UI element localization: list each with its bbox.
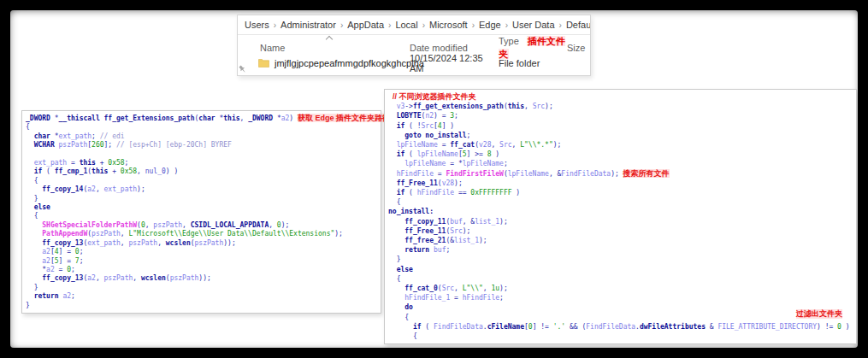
code-token: , & [463,218,475,226]
code-token: ; [125,159,129,167]
code-token: , [133,274,141,282]
code-token: ; [499,294,504,302]
column-header-type[interactable]: Type插件文件夹 [499,35,567,61]
code-line: { [26,123,381,132]
annotation-text: 搜索所有文件 [623,169,670,178]
code-line: *a2 = 0; [26,266,381,274]
code-line: a2[5] = 7; [26,257,381,266]
column-header-size[interactable]: Size [567,43,590,53]
breadcrumb-separator-icon: › [422,21,425,30]
code-token [388,132,404,139]
code-token: ; [504,160,508,167]
code-token [26,159,34,167]
breadcrumb-item-default[interactable]: Default [566,20,590,30]
code-token: ; [71,266,75,273]
column-header-row: Name Date modified Type插件文件夹 Size [238,35,590,52]
code-token: ); [479,237,487,244]
breadcrumb-item-microsoft[interactable]: Microsoft [429,20,468,30]
code-token: else [34,203,50,211]
sort-ascending-icon[interactable] [326,36,333,43]
code-token: do [404,303,413,311]
code-token: = [434,170,446,178]
breadcrumb-item-appdata[interactable]: AppData [347,20,384,30]
code-token: ext_path [34,159,68,167]
breadcrumb-item-edge[interactable]: Edge [479,20,501,30]
code-token: = * [446,160,462,167]
code-line: WCHAR pszPath[260]; // [esp+Ch] [ebp-20C… [26,141,381,150]
column-header-name[interactable]: Name [238,43,410,53]
code-line: v3->ff_get_extensions_path(this, Src); [388,102,856,111]
code-token: ) != [817,323,837,331]
code-token: ); [499,218,508,226]
code-line: if ( !Src[4] ) [388,121,856,131]
code-token: ] = [59,248,75,255]
code-token: ff_cmp_1 [55,167,88,175]
code-token: hFindFile [463,294,499,302]
breadcrumb-separator-icon: › [274,21,276,30]
breadcrumb-item-administrator[interactable]: Administrator [280,20,336,30]
code-token: lpFileName [463,160,504,167]
code-token: , [483,285,492,292]
code-token: , [182,221,191,229]
code-token: } [26,195,38,202]
code-line: } [26,284,381,292]
code-token: { [388,198,400,206]
code-token [388,141,397,149]
code-line: return buf; [388,245,856,255]
code-token: 260 [92,141,103,149]
code-token: return [404,246,429,254]
code-token: , [454,285,463,292]
code-token: ); [611,170,623,178]
code-line: _DWORD *__thiscall ff_get_Extensions_pat… [26,114,381,123]
code-token: ff_free_21 [404,237,446,244]
code-token: else [397,266,413,273]
code-token: { [388,275,400,283]
code-line: } [388,255,856,264]
code-token: } [388,255,400,263]
code-token: CSIDL_LOCAL_APPDATA [191,221,269,229]
code-token: , [96,185,104,193]
code-line: goto no_install; [388,131,856,140]
breadcrumb-separator-icon: › [340,21,343,30]
column-header-date-modified[interactable]: Date modified [410,43,499,53]
code-token: a2 [281,114,290,122]
code-token: ; [467,132,471,139]
code-token: a2 [87,185,96,193]
code-token: LOBYTE [397,112,422,120]
code-token: , [240,114,249,122]
code-token: FILE_ATTRIBUTE_DIRECTORY [717,323,817,331]
code-token: ) [491,150,499,158]
code-line: hFindFile = FindFirstFileW(lpFileName, &… [388,169,856,179]
code-token: a2 [42,248,50,255]
code-line: {过滤出文件夹 [388,313,856,322]
code-token [388,150,397,158]
code-line: else [388,265,856,274]
code-token: ] != [533,323,553,331]
file-name-cell: jmjflgjpcpepeafmmgdpfkogkghcpiha [238,58,410,68]
code-token [388,103,397,110]
file-date-modified: 10/15/2024 12:35 AM [410,53,499,73]
code-line: ff_copy_11(buf, &list_1); [388,217,856,226]
code-line: else [26,203,381,212]
code-line: ext_path = this + 0x58; [26,159,381,167]
code-token [388,303,404,311]
code-line: ff_Free_11(Src); [388,226,856,236]
code-token: ( [404,150,416,158]
code-token: a2 [42,257,50,265]
breadcrumb-item-local[interactable]: Local [395,20,417,30]
code-line: { [26,177,381,185]
code-token: cFileName [487,323,524,331]
code-token: // [esp+Ch] [ebp-20Ch] BYREF [116,141,232,149]
code-token: )); [198,274,210,282]
code-token: no_install [425,132,466,139]
code-token: pszPath [128,239,157,247]
code-token: if [397,122,405,130]
code-token: v28 [479,141,491,149]
code-token: wcslen [166,239,191,247]
breadcrumb-item-users[interactable]: Users [245,20,269,30]
code-line: hFindFile_1 = hFindFile; [388,293,856,302]
breadcrumb-separator-icon: › [472,21,475,30]
code-line: a2[4] = 0; [26,248,381,256]
code-token: + [108,167,120,175]
breadcrumb-item-user-data[interactable]: User Data [512,20,555,30]
